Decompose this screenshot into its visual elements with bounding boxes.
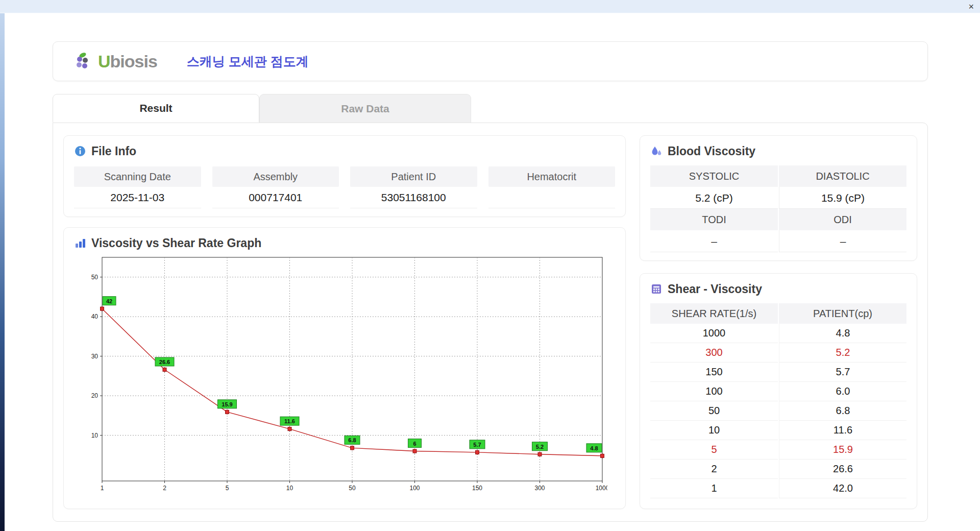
shear-rate-cell: 100: [650, 382, 778, 401]
shear-viscosity-card: Shear - Viscosity SHEAR RATE(1/s) PATIEN…: [640, 273, 917, 509]
svg-text:10: 10: [91, 432, 99, 439]
bv-value: –: [650, 230, 778, 252]
svg-text:300: 300: [534, 485, 545, 492]
viscosity-chart-svg: 1020304050125105010015030010004226.615.9…: [82, 254, 607, 494]
desktop-wallpaper-strip: [0, 13, 5, 531]
svg-text:1: 1: [101, 485, 104, 492]
table-row: 300 5.2: [650, 343, 906, 363]
shear-rate-cell: 1: [650, 479, 778, 498]
shear-viscosity-title-text: Shear - Viscosity: [668, 282, 762, 296]
svg-text:20: 20: [91, 392, 99, 399]
bv-value: 15.9 (cP): [779, 187, 906, 209]
svg-text:50: 50: [349, 485, 356, 492]
svg-text:5: 5: [226, 485, 229, 492]
bv-header: SYSTOLIC: [650, 165, 778, 187]
svg-text:40: 40: [91, 313, 99, 320]
result-panel: File Info Scanning Date 2025-11-03 Assem…: [53, 123, 928, 522]
svg-text:5.7: 5.7: [473, 442, 481, 448]
svg-text:15.9: 15.9: [222, 401, 232, 407]
shear-rate-cell: 5: [650, 440, 778, 460]
table-row: 150 5.7: [650, 363, 906, 382]
table-row: 10 11.6: [650, 421, 906, 440]
tab-raw-data[interactable]: Raw Data: [259, 94, 471, 123]
field-label: Assembly: [212, 166, 339, 187]
chart-area: 1020304050125105010015030010004226.615.9…: [74, 254, 615, 494]
patient-cell: 42.0: [779, 479, 906, 498]
table-row: 50 6.8: [650, 401, 906, 421]
shear-rate-cell: 1000: [650, 324, 778, 343]
file-info-title-text: File Info: [91, 144, 136, 158]
brand-text: Ubiosis: [98, 52, 157, 71]
svg-text:50: 50: [91, 274, 99, 281]
svg-text:42: 42: [106, 298, 112, 304]
svg-text:6.8: 6.8: [348, 437, 356, 443]
droplet-icon: [650, 145, 663, 157]
patient-cell: 4.8: [779, 324, 906, 343]
shear-rate-cell: 300: [650, 343, 778, 363]
field-value: 53051168100: [350, 187, 477, 208]
svg-text:30: 30: [91, 353, 99, 360]
svg-text:11.6: 11.6: [284, 418, 295, 424]
svg-text:1000: 1000: [596, 485, 607, 492]
file-info-field: Scanning Date 2025-11-03: [74, 166, 201, 208]
field-value: 000717401: [212, 187, 339, 208]
blood-viscosity-title-text: Blood Viscosity: [668, 144, 755, 158]
table-row: 1000 4.8: [650, 324, 906, 343]
file-info-field: Assembly 000717401: [212, 166, 339, 208]
graph-title: Viscosity vs Shear Rate Graph: [74, 236, 615, 250]
shear-rate-cell: 150: [650, 363, 778, 382]
svg-text:6: 6: [413, 441, 416, 447]
bar-chart-icon: [74, 237, 86, 249]
patient-cell: 15.9: [779, 440, 906, 460]
bv-value: –: [779, 230, 906, 252]
file-info-field: Patient ID 53051168100: [350, 166, 477, 208]
app-window: Ubiosis 스캐닝 모세관 점도계 Result Raw Data: [5, 13, 980, 531]
patient-cell: 6.0: [779, 382, 906, 401]
ubiosis-logo: Ubiosis: [75, 51, 157, 71]
viscosity-graph-card: Viscosity vs Shear Rate Graph 1020304050…: [63, 227, 626, 509]
patient-cell: 5.2: [779, 343, 906, 363]
svg-text:26.6: 26.6: [159, 359, 170, 365]
tab-result[interactable]: Result: [53, 94, 259, 123]
bv-header: TODI: [650, 209, 778, 230]
bv-header: DIASTOLIC: [779, 165, 906, 187]
blood-viscosity-grid: SYSTOLIC DIASTOLIC 5.2 (cP) 15.9 (cP) TO…: [650, 165, 906, 252]
info-icon: [74, 145, 86, 157]
table-row: 2 26.6: [650, 460, 906, 479]
table-row: 1 42.0: [650, 479, 906, 498]
file-info-grid: Scanning Date 2025-11-03 Assembly 000717…: [74, 166, 615, 208]
svg-text:100: 100: [409, 485, 420, 492]
table-row: 100 6.0: [650, 382, 906, 401]
file-info-card: File Info Scanning Date 2025-11-03 Assem…: [63, 135, 626, 217]
window-titlebar: ×: [0, 0, 980, 13]
bv-value: 5.2 (cP): [650, 187, 778, 209]
field-value: 2025-11-03: [74, 187, 201, 208]
tab-bar: Result Raw Data: [53, 94, 928, 123]
file-info-field: Hematocrit: [488, 166, 616, 208]
patient-cell: 26.6: [779, 460, 906, 479]
bv-header: ODI: [779, 209, 906, 230]
field-label: Patient ID: [350, 166, 477, 187]
close-icon[interactable]: ×: [968, 1, 974, 12]
blood-viscosity-card: Blood Viscosity SYSTOLIC DIASTOLIC 5.2 (…: [640, 135, 917, 261]
graph-title-text: Viscosity vs Shear Rate Graph: [91, 236, 261, 250]
shear-rate-cell: 50: [650, 401, 778, 421]
file-info-title: File Info: [74, 144, 615, 158]
shear-rate-cell: 10: [650, 421, 778, 440]
shear-viscosity-title: Shear - Viscosity: [650, 282, 906, 296]
table-grid-icon: [650, 283, 663, 295]
patient-cell: 11.6: [779, 421, 906, 440]
svg-text:10: 10: [286, 485, 293, 492]
svg-text:2: 2: [163, 485, 166, 492]
svg-text:4.8: 4.8: [590, 445, 598, 451]
logo-cluster-icon: [75, 51, 95, 71]
shear-rate-cell: 2: [650, 460, 778, 479]
shear-viscosity-table: SHEAR RATE(1/s) PATIENT(cp) 1000 4.8 300…: [650, 303, 906, 498]
table-header-row: SHEAR RATE(1/s) PATIENT(cp): [650, 303, 906, 324]
patient-cell: 5.7: [779, 363, 906, 382]
col-patient: PATIENT(cp): [779, 303, 906, 324]
table-row: 5 15.9: [650, 440, 906, 460]
field-label: Hematocrit: [488, 166, 616, 187]
field-value: [488, 187, 616, 208]
field-label: Scanning Date: [74, 166, 201, 187]
